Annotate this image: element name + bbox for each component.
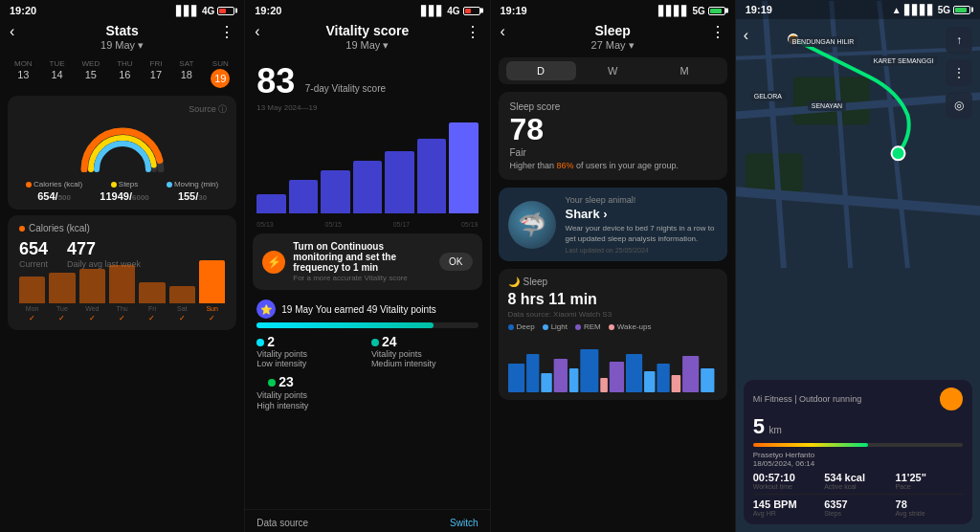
sleep-tab-d[interactable]: D (506, 61, 576, 80)
svg-rect-1 (526, 354, 539, 392)
svg-rect-12 (682, 356, 699, 392)
calories-section: Calories (kcal) 654 Current 477 Daily av… (8, 215, 236, 330)
panel-date-1[interactable]: 19 May ▾ (100, 39, 144, 52)
panel-date-2[interactable]: 19 May ▾ (345, 39, 389, 52)
sleep-animal-card[interactable]: 🦈 Your sleep animal! Shark › Wear your d… (499, 188, 727, 261)
rem-dot (575, 324, 581, 330)
sleep-data-section: 🌙 Sleep 8 hrs 11 min Data source: Xiaomi… (499, 269, 727, 400)
svg-rect-6 (600, 378, 608, 392)
vp-high-label: Vitality points (256, 390, 478, 400)
workout-stats-grid: 00:57:10 Workout time 534 kcal Active kc… (753, 472, 963, 490)
day-fri[interactable]: FRI 17 (150, 59, 163, 88)
panel-header-2: ‹ Vitality score 19 May ▾ ⋮ (245, 21, 489, 57)
day-sun[interactable]: SUN 19 (211, 59, 230, 88)
vitality-score-number: 83 (256, 61, 295, 101)
svg-rect-7 (609, 362, 623, 392)
sleep-tab-m[interactable]: M (650, 61, 720, 80)
data-source-label: Data source (256, 518, 308, 528)
moving-dot (167, 182, 172, 188)
data-source-row: Data source Switch (245, 509, 489, 532)
week-navigation: MON 13 TUE 14 WED 15 THU 16 FRI 17 SAT 1… (0, 57, 244, 90)
vitality-score-desc: 7-day Vitality score (305, 83, 386, 94)
vchart-bar-5 (385, 151, 413, 213)
sleep-icon: 🌙 (508, 277, 520, 287)
workout-stat-stride: 78 Avg stride (896, 499, 963, 517)
status-icons-4: ▲ ▋▋▋▋ 5G (892, 5, 970, 15)
ok-button[interactable]: OK (439, 253, 472, 271)
animal-name: Shark › (566, 207, 718, 221)
vitality-progress-bar (256, 322, 478, 328)
workout-stat-kcal: 534 kcal Active kcal (824, 472, 891, 490)
vitality-points-header: ⭐ 19 May You earned 49 Vitality points (245, 294, 489, 322)
svg-rect-4 (568, 368, 578, 392)
moving-metric: Moving (min) 155/30 (167, 180, 218, 202)
steps-dot (111, 182, 117, 188)
animal-desc: Wear your device to bed 7 nights in a ro… (566, 223, 718, 244)
share-button[interactable]: ↑ (946, 27, 972, 54)
vchart-bar-6 (417, 139, 446, 213)
vp-medium-dot (371, 339, 379, 346)
switch-button[interactable]: Switch (450, 518, 478, 528)
back-button-1[interactable]: ‹ (10, 23, 14, 40)
day-wed[interactable]: WED 15 (82, 59, 100, 88)
more-map-button[interactable]: ⋮ (946, 59, 972, 86)
day-tue[interactable]: TUE 14 (50, 59, 65, 88)
sleep-source: Data source: Xiaomi Watch S3 (508, 310, 718, 319)
panel-date-3[interactable]: 27 May ▾ (591, 39, 635, 52)
sleep-tabs[interactable]: D W M (499, 57, 727, 84)
sleep-panel: 19:19 ▋▋▋▋ 5G ‹ Sleep 27 May ▾ ⋮ D W M S… (491, 0, 736, 532)
sleep-tab-w[interactable]: W (578, 61, 648, 80)
sleep-score-value: 78 (510, 112, 716, 147)
vp-icon: ⭐ (256, 299, 276, 319)
bar-sun: Sun ✓ (199, 260, 225, 322)
place-gelora: GELORA (750, 91, 786, 101)
legend-wake: Wake-ups (609, 322, 652, 331)
svg-rect-0 (508, 364, 524, 392)
sleep-quality: Fair (510, 147, 716, 158)
calories-dot (26, 182, 32, 188)
stats-ring-area: Source ⓘ Calories (kcal) 654/500 Steps (8, 96, 236, 210)
activity-rings (75, 120, 170, 172)
battery-icon-1 (217, 7, 234, 15)
user-avatar (940, 388, 963, 410)
svg-rect-8 (625, 354, 641, 392)
location-icon: ▲ (892, 5, 902, 15)
signal-icon-4: ▋▋▋▋ (904, 5, 935, 15)
place-senayan: SENAYAN (808, 100, 846, 111)
day-mon[interactable]: MON 13 (14, 59, 33, 88)
back-button-2[interactable]: ‹ (255, 23, 259, 40)
map-back-button[interactable]: ‹ (744, 27, 748, 44)
day-thu[interactable]: THU 16 (117, 59, 132, 88)
vp-high-dot (268, 379, 276, 387)
svg-rect-2 (541, 373, 551, 392)
wake-dot (609, 324, 614, 330)
status-bar-2: 19:20 ▋▋▋ 4G (245, 0, 489, 21)
vchart-bar-3 (321, 170, 349, 213)
day-sat[interactable]: SAT 18 (179, 59, 193, 88)
more-button-1[interactable]: ⋮ (219, 23, 234, 41)
status-bar-4: 19:19 ▲ ▋▋▋▋ 5G (736, 0, 980, 19)
bar-wed: Wed ✓ (79, 269, 105, 322)
animal-info: Your sleep animal! Shark › Wear your dev… (566, 195, 718, 254)
workout-title: Mi Fitness | Outdoor running (753, 394, 861, 404)
light-dot (543, 324, 548, 330)
sleep-data-title: 🌙 Sleep (508, 277, 718, 287)
bar-thu: Thu ✓ (109, 265, 135, 322)
panel-title-3: Sleep (594, 23, 630, 38)
more-button-2[interactable]: ⋮ (465, 23, 480, 41)
stats-metrics: Calories (kcal) 654/500 Steps 11949/6000… (17, 180, 227, 202)
monitoring-text: Turn on Continuous monitoring and set th… (293, 241, 432, 282)
more-button-3[interactable]: ⋮ (710, 23, 725, 41)
signal-icon-2: ▋▋▋ (421, 6, 444, 16)
signal-icon-3: ▋▋▋▋ (658, 6, 689, 16)
network-type-1: 4G (202, 6, 214, 16)
animal-updated: Last updated on 25/05/2024 (566, 247, 718, 254)
sleep-compare: Higher than 86% of users in your age gro… (510, 161, 716, 170)
back-button-3[interactable]: ‹ (501, 23, 505, 40)
location-button[interactable]: ◎ (946, 92, 972, 119)
sleep-compare-percent: 86% (557, 161, 574, 170)
workout-unit: km (768, 425, 781, 435)
your-sleep-animal-label: Your sleep animal! (566, 195, 718, 205)
vp-medium: 24 Vitality points Medium intensity (371, 334, 479, 368)
workout-progress-bar (753, 443, 963, 447)
